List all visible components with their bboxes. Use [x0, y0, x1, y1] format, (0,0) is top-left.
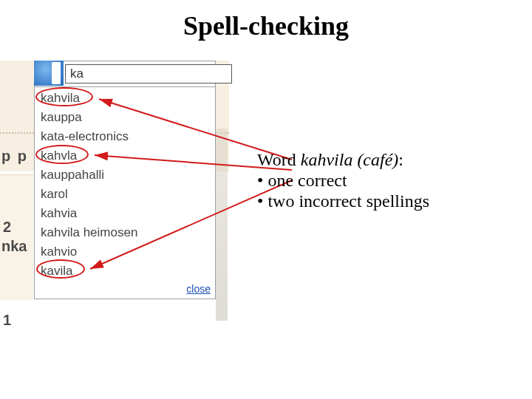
autocomplete-dropdown: kahvila kauppa kata-electronics kahvla k… [34, 61, 216, 299]
suggestion-item[interactable]: kavila [41, 262, 212, 281]
bg-text-nka: nka [1, 238, 27, 255]
suggestion-item[interactable]: kauppahalli [41, 166, 212, 185]
annotation-colon: : [398, 150, 403, 169]
annotation-line-1: Word kahvila (café): [257, 149, 429, 170]
search-row [35, 61, 215, 87]
suggestion-list: kahvila kauppa kata-electronics kahvla k… [35, 87, 215, 282]
annotation-text: Word kahvila (café): • one correct • two… [257, 149, 429, 211]
suggestion-item[interactable]: kauppa [41, 108, 212, 127]
suggestion-item[interactable]: kahvio [41, 242, 212, 262]
close-row: close [35, 282, 215, 299]
go-button[interactable] [34, 61, 64, 86]
annotation-bullet-2: • two incorrect spellings [257, 191, 429, 211]
annotation-word: kahvila [301, 150, 353, 169]
page-title: Spell-checking [0, 0, 532, 55]
search-input[interactable] [65, 64, 232, 83]
suggestion-item[interactable]: kahvla [41, 146, 212, 166]
suggestion-item[interactable]: kahvia [41, 204, 212, 223]
annotation-gloss: (café) [352, 150, 398, 169]
bg-text-1: 1 [3, 312, 11, 329]
suggestion-item[interactable]: kata-electronics [41, 127, 212, 146]
annotation-prefix: Word [257, 150, 301, 169]
suggestion-item[interactable]: kahvila heimosen [41, 223, 212, 242]
suggestion-item[interactable]: karol [41, 185, 212, 204]
stage: p p 2 nka 1 kahvila kauppa kata-electron… [0, 55, 532, 399]
bg-text-2: 2 [3, 219, 11, 236]
bg-strip-mid [0, 174, 33, 300]
bg-image-sliver [216, 129, 228, 321]
suggestion-item[interactable]: kahvila [41, 89, 212, 108]
bg-text-pp: p p [1, 148, 28, 165]
close-link[interactable]: close [186, 283, 211, 295]
annotation-bullet-1: • one correct [257, 170, 429, 191]
